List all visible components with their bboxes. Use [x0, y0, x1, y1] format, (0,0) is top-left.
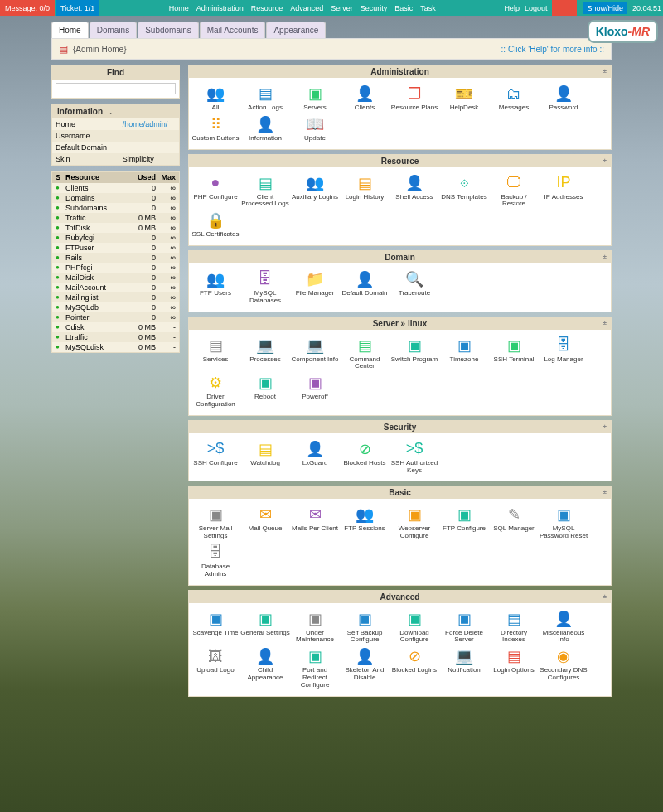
item-child-appearance[interactable]: 👤Child Appearance	[240, 647, 290, 689]
item-shell-access[interactable]: 👤Shell Access	[390, 174, 439, 209]
item-resource-plans[interactable]: ❐Resource Plans	[390, 85, 439, 112]
item-skeleton-and-disable[interactable]: 👤Skeleton And Disable	[340, 647, 390, 689]
item-label: Action Logs	[240, 104, 290, 112]
item-blocked-logins[interactable]: ⊘Blocked Logins	[390, 647, 439, 689]
item-notification[interactable]: 💻Notification	[439, 647, 489, 689]
item-processes[interactable]: 💻Processes	[240, 336, 290, 371]
search-input[interactable]	[56, 83, 176, 94]
item-mysql-password-reset[interactable]: ▣MySQL Password Reset	[539, 505, 588, 540]
item-poweroff[interactable]: ▣Poweroff	[290, 374, 340, 408]
collapse-icon[interactable]: ±	[603, 157, 607, 164]
item-mail-queue[interactable]: ✉Mail Queue	[240, 505, 290, 540]
item-ssh-authorized-keys[interactable]: >$SSH Authorized Keys	[390, 440, 439, 475]
item-under-maintenance[interactable]: ▣Under Maintenance	[290, 610, 340, 645]
help-hint[interactable]: :: Click 'Help' for more info ::	[501, 45, 604, 54]
item-login-history[interactable]: ▤Login History	[340, 174, 390, 209]
item-icon: ▣	[203, 610, 228, 628]
item-blocked-hosts[interactable]: ⊘Blocked Hosts	[340, 440, 390, 475]
nav-advanced[interactable]: Advanced	[290, 4, 323, 12]
item-file-manager[interactable]: 📁File Manager	[290, 270, 340, 305]
item-dns-templates[interactable]: ⟐DNS Templates	[439, 174, 489, 209]
item-traceroute[interactable]: 🔍Traceroute	[390, 270, 439, 305]
item-secondary-dns-configures[interactable]: ◉Secondary DNS Configures	[539, 647, 588, 689]
info-link[interactable]: /home/admin/	[123, 120, 168, 128]
item-lxguard[interactable]: 👤LxGuard	[290, 440, 340, 475]
item-action-logs[interactable]: ▤Action Logs	[240, 85, 290, 112]
item-servers[interactable]: ▣Servers	[290, 85, 340, 112]
item-client-processed-logs[interactable]: ▤Client Processed Logs	[240, 174, 290, 209]
item-reboot[interactable]: ▣Reboot	[240, 374, 290, 408]
tab-appearance[interactable]: Appearance	[266, 22, 326, 38]
item-sql-manager[interactable]: ✎SQL Manager	[489, 505, 539, 540]
nav-task[interactable]: Task	[420, 4, 436, 12]
item-password[interactable]: 👤Password	[539, 85, 588, 112]
item-port-and-redirect-configure[interactable]: ▣Port and Redirect Configure	[290, 647, 340, 689]
item-component-info[interactable]: 💻Component Info	[290, 336, 340, 371]
item-force-delete-server[interactable]: ▣Force Delete Server	[439, 610, 489, 645]
item-ftp-configure[interactable]: ▣FTP Configure	[439, 505, 489, 540]
nav-server[interactable]: Server	[331, 4, 353, 12]
tab-home[interactable]: Home	[51, 22, 89, 38]
item-all[interactable]: 👥All	[191, 85, 240, 112]
message-badge[interactable]: Message: 0/0	[0, 0, 55, 16]
item-auxiliary-logins[interactable]: 👥Auxiliary Logins	[290, 174, 340, 209]
help-link[interactable]: Help	[504, 4, 520, 12]
collapse-icon[interactable]: ±	[603, 319, 607, 326]
item-ftp-sessions[interactable]: 👥FTP Sessions	[340, 505, 390, 540]
item-helpdesk[interactable]: 🎫HelpDesk	[439, 85, 489, 112]
collapse-icon[interactable]: ±	[603, 592, 607, 600]
item-default-domain[interactable]: 👤Default Domain	[340, 270, 390, 305]
item-ssh-configure[interactable]: >$SSH Configure	[191, 440, 240, 475]
showhide-button[interactable]: Show/Hide	[583, 2, 627, 14]
item-backup-restore[interactable]: 🖵Backup / Restore	[489, 174, 539, 209]
item-login-options[interactable]: ▤Login Options	[489, 647, 539, 689]
item-miscellaneous-info[interactable]: 👤Miscellaneous Info	[539, 610, 588, 645]
collapse-icon[interactable]: ±	[603, 488, 607, 495]
item-watchdog[interactable]: ▤Watchdog	[240, 440, 290, 475]
item-icon: 👤	[551, 85, 576, 103]
item-log-manager[interactable]: 🗄Log Manager	[539, 336, 588, 371]
item-ssl-certificates[interactable]: 🔒SSL Certificates	[191, 211, 240, 239]
item-server-mail-settings[interactable]: ▣Server Mail Settings	[191, 505, 240, 540]
tab-domains[interactable]: Domains	[90, 22, 137, 38]
item-self-backup-configure[interactable]: ▣Self Backup Configure	[340, 610, 390, 645]
item-timezone[interactable]: ▣Timezone	[439, 336, 489, 371]
item-directory-indexes[interactable]: ▤Directory Indexes	[489, 610, 539, 645]
ticket-badge[interactable]: Ticket: 1/1	[56, 0, 99, 16]
item-database-admins[interactable]: 🗄Database Admins	[191, 544, 240, 578]
item-icon: ◉	[551, 647, 576, 665]
item-command-center[interactable]: ▤Command Center	[340, 336, 390, 371]
tab-mail-accounts[interactable]: Mail Accounts	[200, 22, 266, 38]
nav-resource[interactable]: Resource	[251, 4, 283, 12]
item-upload-logo[interactable]: 🖼Upload Logo	[191, 647, 240, 689]
item-messages[interactable]: 🗂Messages	[489, 85, 539, 112]
item-mails-per-client[interactable]: ✉Mails Per Client	[290, 505, 340, 540]
collapse-icon[interactable]: ±	[603, 423, 607, 430]
logout-link[interactable]: Logout	[525, 4, 548, 12]
item-custom-buttons[interactable]: ⠿Custom Buttons	[191, 115, 240, 143]
item-update[interactable]: 📖Update	[290, 115, 340, 143]
item-ssh-terminal[interactable]: ▣SSH Terminal	[489, 336, 539, 371]
nav-security[interactable]: Security	[361, 4, 388, 12]
item-ip-addresses[interactable]: IPIP Addresses	[539, 174, 588, 209]
item-php-configure[interactable]: ●PHP Configure	[191, 174, 240, 209]
item-scavenge-time[interactable]: ▣Scavenge Time	[191, 610, 240, 645]
nav-home[interactable]: Home	[169, 4, 189, 12]
nav-basic[interactable]: Basic	[394, 4, 413, 12]
item-webserver-configure[interactable]: ▣Webserver Configure	[390, 505, 439, 540]
item-download-configure[interactable]: ▣Download Configure	[390, 610, 439, 645]
item-icon: ⊘	[402, 647, 427, 665]
tab-subdomains[interactable]: Subdomains	[138, 22, 199, 38]
item-information[interactable]: 👤Information	[240, 115, 290, 143]
collapse-icon[interactable]: ±	[603, 253, 607, 260]
collapse-icon[interactable]: ±	[603, 67, 607, 75]
item-mysql-databases[interactable]: 🗄MySQL Databases	[240, 270, 290, 305]
item-driver-configuration[interactable]: ⚙Driver Configuration	[191, 374, 240, 408]
item-switch-program[interactable]: ▣Switch Program	[390, 336, 439, 371]
item-ftp-users[interactable]: 👥FTP Users	[191, 270, 240, 305]
nav-administration[interactable]: Administration	[196, 4, 244, 12]
item-general-settings[interactable]: ▣General Settings	[240, 610, 290, 645]
item-services[interactable]: ▤Services	[191, 336, 240, 371]
item-clients[interactable]: 👤Clients	[340, 85, 390, 112]
item-label: Secondary DNS Configures	[539, 667, 588, 682]
